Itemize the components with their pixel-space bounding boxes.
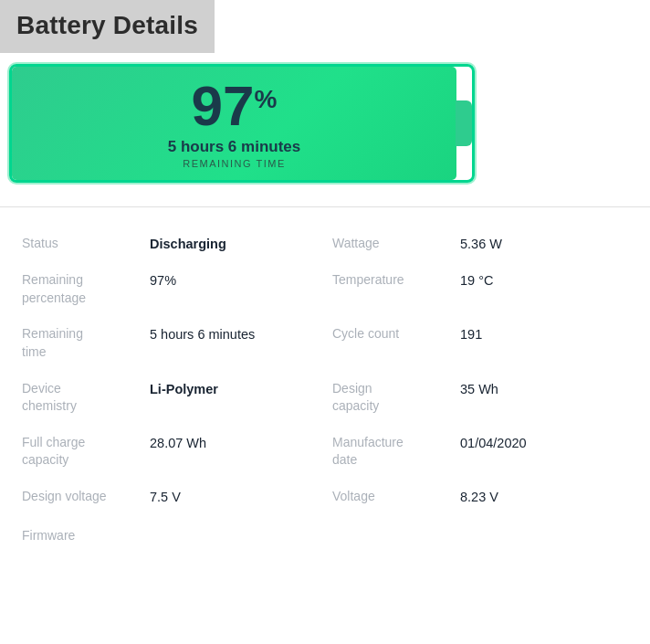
detail-row-chemistry: Devicechemistry Li-Polymer bbox=[15, 371, 325, 425]
details-section: Status Discharging Wattage 5.36 W Remain… bbox=[0, 216, 650, 524]
value-full-charge: 28.07 Wh bbox=[150, 434, 318, 452]
value-voltage: 8.23 V bbox=[460, 488, 628, 506]
value-remaining-pct: 97% bbox=[150, 271, 318, 290]
label-remaining-time: Remainingtime bbox=[22, 325, 150, 361]
label-chemistry: Devicechemistry bbox=[22, 380, 150, 416]
detail-row-cycle-count: Cycle count 191 bbox=[325, 316, 635, 370]
label-wattage: Wattage bbox=[332, 235, 460, 253]
detail-row-remaining-time: Remainingtime 5 hours 6 minutes bbox=[15, 316, 325, 370]
battery-fill: 97 % 5 hours 6 minutes REMAINING TIME bbox=[12, 67, 456, 180]
value-cycle-count: 191 bbox=[460, 325, 628, 343]
battery-time: 5 hours 6 minutes bbox=[168, 138, 300, 156]
label-full-charge: Full chargecapacity bbox=[22, 434, 150, 470]
battery-section: 97 % 5 hours 6 minutes REMAINING TIME bbox=[0, 53, 650, 192]
value-manufacture-date: 01/04/2020 bbox=[460, 434, 628, 452]
label-status: Status bbox=[22, 235, 150, 253]
title-bar: Battery Details bbox=[0, 0, 215, 53]
battery-remaining-label: REMAINING TIME bbox=[183, 158, 285, 169]
percentage-number: 97 bbox=[192, 78, 255, 134]
label-temperature: Temperature bbox=[332, 271, 460, 290]
detail-row-status: Status Discharging bbox=[15, 226, 325, 262]
value-status: Discharging bbox=[150, 235, 318, 253]
value-design-capacity: 35 Wh bbox=[460, 380, 628, 398]
battery-cap bbox=[456, 100, 472, 146]
label-remaining-pct: Remainingpercentage bbox=[22, 271, 150, 307]
label-design-voltage: Design voltage bbox=[22, 488, 150, 506]
detail-row-design-capacity: Designcapacity 35 Wh bbox=[325, 371, 635, 425]
battery-percentage: 97 % bbox=[192, 78, 278, 134]
page-title: Battery Details bbox=[16, 11, 198, 40]
detail-row-wattage: Wattage 5.36 W bbox=[325, 226, 635, 262]
value-design-voltage: 7.5 V bbox=[150, 488, 318, 506]
value-chemistry: Li-Polymer bbox=[150, 380, 318, 398]
percentage-symbol: % bbox=[255, 87, 278, 112]
value-wattage: 5.36 W bbox=[460, 235, 628, 253]
label-design-capacity: Designcapacity bbox=[332, 380, 460, 416]
detail-row-full-charge: Full chargecapacity 28.07 Wh bbox=[15, 425, 325, 479]
detail-row-remaining-pct: Remainingpercentage 97% bbox=[15, 262, 325, 316]
value-remaining-time: 5 hours 6 minutes bbox=[150, 325, 318, 343]
battery-outer: 97 % 5 hours 6 minutes REMAINING TIME bbox=[9, 64, 475, 183]
label-manufacture-date: Manufacturedate bbox=[332, 434, 460, 470]
details-grid: Status Discharging Wattage 5.36 W Remain… bbox=[15, 226, 635, 515]
detail-row-voltage: Voltage 8.23 V bbox=[325, 479, 635, 515]
divider bbox=[0, 206, 650, 207]
value-temperature: 19 °C bbox=[460, 271, 628, 290]
detail-row-design-voltage: Design voltage 7.5 V bbox=[15, 479, 325, 515]
page-wrapper: Battery Details 97 % 5 hours 6 minutes R… bbox=[0, 0, 650, 546]
label-voltage: Voltage bbox=[332, 488, 460, 506]
label-cycle-count: Cycle count bbox=[332, 325, 460, 343]
firmware-hint: Firmware bbox=[0, 524, 650, 546]
detail-row-manufacture-date: Manufacturedate 01/04/2020 bbox=[325, 425, 635, 479]
detail-row-temperature: Temperature 19 °C bbox=[325, 262, 635, 316]
